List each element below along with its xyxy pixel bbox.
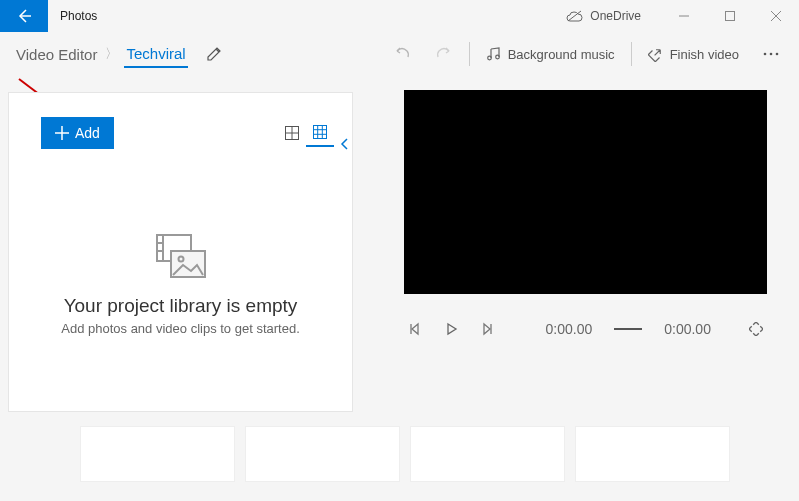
divider: [631, 42, 632, 66]
empty-title: Your project library is empty: [64, 295, 298, 317]
grid-2x2-icon: [285, 126, 299, 140]
ellipsis-icon: [763, 52, 779, 56]
time-separator: [614, 328, 642, 330]
breadcrumb-root[interactable]: Video Editor: [14, 42, 99, 67]
export-icon: [648, 46, 664, 62]
pencil-icon: [206, 46, 222, 62]
onedrive-status[interactable]: OneDrive: [566, 9, 641, 23]
cloud-offline-icon: [566, 10, 584, 22]
bg-music-label: Background music: [508, 47, 615, 62]
minimize-button[interactable]: [661, 0, 707, 32]
library-panel: Add: [8, 92, 353, 412]
timeline-slot[interactable]: [80, 426, 235, 482]
timeline[interactable]: [0, 416, 799, 486]
close-icon: [771, 11, 781, 21]
redo-icon: [435, 45, 453, 63]
undo-button[interactable]: [381, 39, 423, 69]
rename-button[interactable]: [206, 46, 222, 62]
redo-button[interactable]: [423, 39, 465, 69]
svg-rect-23: [157, 235, 163, 261]
grid-3x3-icon: [313, 125, 327, 139]
timeline-slot[interactable]: [410, 426, 565, 482]
main-area: Add: [0, 76, 799, 416]
toolbar: Video Editor 〉 Techviral Background musi…: [0, 32, 799, 76]
time-current: 0:00.00: [546, 321, 593, 337]
plus-icon: [55, 126, 69, 140]
maximize-button[interactable]: [707, 0, 753, 32]
video-preview[interactable]: [404, 90, 767, 294]
step-back-icon: [408, 322, 422, 336]
finish-video-button[interactable]: Finish video: [636, 40, 751, 68]
play-icon: [444, 322, 458, 336]
undo-icon: [393, 45, 411, 63]
play-button[interactable]: [440, 318, 462, 340]
titlebar: Photos OneDrive: [0, 0, 799, 32]
empty-subtitle: Add photos and video clips to get starte…: [61, 321, 300, 336]
onedrive-label: OneDrive: [590, 9, 641, 23]
arrow-left-icon: [16, 8, 32, 24]
chevron-left-icon: [340, 137, 350, 151]
more-button[interactable]: [751, 46, 791, 62]
svg-point-5: [487, 56, 491, 60]
minimize-icon: [679, 11, 689, 21]
chevron-right-icon: 〉: [105, 45, 118, 63]
svg-point-6: [495, 55, 499, 59]
svg-point-9: [776, 53, 779, 56]
collapse-panel-button[interactable]: [334, 131, 356, 157]
next-frame-button[interactable]: [476, 318, 498, 340]
timeline-slot[interactable]: [245, 426, 400, 482]
time-total: 0:00.00: [664, 321, 711, 337]
library-header: Add: [9, 93, 352, 157]
divider: [469, 42, 470, 66]
player-controls: 0:00.00 0:00.00: [404, 314, 767, 344]
step-forward-icon: [480, 322, 494, 336]
breadcrumb-current[interactable]: Techviral: [124, 41, 187, 68]
timeline-slot[interactable]: [575, 426, 730, 482]
app-title: Photos: [48, 9, 97, 23]
empty-media-icon: [153, 233, 209, 281]
svg-point-7: [764, 53, 767, 56]
svg-point-8: [770, 53, 773, 56]
svg-rect-17: [314, 126, 327, 139]
maximize-icon: [725, 11, 735, 21]
grid-large-button[interactable]: [306, 119, 334, 147]
window-controls: [661, 0, 799, 32]
fullscreen-button[interactable]: [745, 318, 767, 340]
add-label: Add: [75, 125, 100, 141]
add-button[interactable]: Add: [41, 117, 114, 149]
background-music-button[interactable]: Background music: [474, 40, 627, 68]
library-empty-state: Your project library is empty Add photos…: [9, 157, 352, 411]
breadcrumb: Video Editor 〉 Techviral: [8, 37, 194, 72]
preview-panel: 0:00.00 0:00.00: [353, 88, 799, 416]
grid-small-button[interactable]: [278, 119, 306, 147]
expand-icon: [749, 322, 763, 336]
music-icon: [486, 46, 502, 62]
svg-rect-2: [726, 12, 735, 21]
prev-frame-button[interactable]: [404, 318, 426, 340]
back-button[interactable]: [0, 0, 48, 32]
finish-label: Finish video: [670, 47, 739, 62]
close-button[interactable]: [753, 0, 799, 32]
